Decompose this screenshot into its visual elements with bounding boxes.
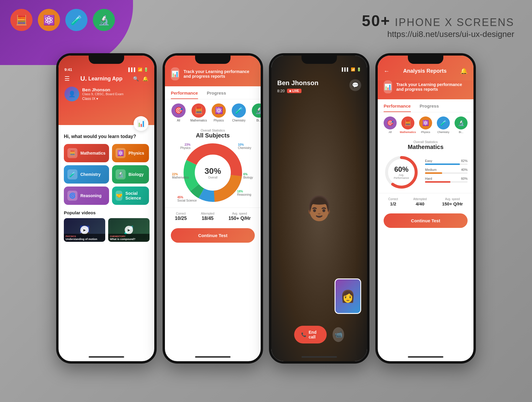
performance-gauge: 60% Avg.Performance xyxy=(384,155,419,190)
subject-physics[interactable]: ⚛️ Physics xyxy=(112,144,149,162)
attempted-val: 18/45 xyxy=(201,216,215,221)
phone1: 9:41 ▌▌▌ 📶 🔋 ☰ U. Learning App 🔍 🔔 xyxy=(56,53,157,364)
call-status-bar: ▌▌▌ 📶 🔋 xyxy=(277,67,361,72)
tab-progress[interactable]: Progress xyxy=(207,90,226,99)
math-top-icon: 🧮 xyxy=(10,9,33,31)
math-pct-label: 22%Mathematics xyxy=(172,173,189,179)
pill-physics[interactable]: ⚛️ Physics xyxy=(210,103,228,122)
phone2-header-title: Track your Learning performance and prog… xyxy=(184,69,255,79)
greeting-text: Hi, what would you learn today? xyxy=(64,134,149,139)
phone2-tabs: Performance Progress xyxy=(165,86,261,99)
ph4-pill-all-icon: 🎯 xyxy=(384,116,397,129)
easy-bar xyxy=(425,163,460,165)
phone1-header: 9:41 ▌▌▌ 📶 🔋 ☰ U. Learning App 🔍 🔔 xyxy=(59,56,154,125)
continue-test-button[interactable]: Continue Test xyxy=(171,228,255,243)
speed-val: 150+ Q/Hr xyxy=(228,216,251,221)
easy-label: Easy xyxy=(425,159,432,163)
phone2: 📊 Track your Learning performance and pr… xyxy=(163,53,263,364)
call-time: 8:20 xyxy=(277,89,285,93)
hard-pct: 60% xyxy=(461,177,468,180)
pill-all[interactable]: 🎯 All xyxy=(170,103,187,122)
phone4-track-icon: 📊 xyxy=(384,80,392,93)
play-button-chemistry[interactable]: ▶ xyxy=(125,226,133,234)
chat-button[interactable]: 💬 xyxy=(349,79,361,91)
pill-all-icon: 🎯 xyxy=(171,103,186,118)
pill-chemistry-label: Chemistry xyxy=(232,119,245,122)
phone2-header-icon: 📊 xyxy=(171,67,179,80)
bell-icon[interactable]: 🔔 xyxy=(142,76,148,82)
video-thumb-physics[interactable]: 🌌 ▶ PHYSICS Understanding of motion xyxy=(64,218,105,242)
video-title-physics: Understanding of motion xyxy=(66,238,103,241)
phone4-continue-button[interactable]: Continue Test xyxy=(384,213,468,228)
app-logo: U. xyxy=(80,75,87,82)
difficulty-medium: Medium 40% xyxy=(425,168,468,174)
chemistry-subject-icon: 🧪 xyxy=(67,169,77,179)
flask-top-icon: 🧪 xyxy=(65,9,87,31)
pill-biology[interactable]: 🔬 Bi... xyxy=(250,103,261,122)
pill-mathematics[interactable]: 🧮 Mathematics xyxy=(190,103,207,122)
subject-social-science[interactable]: 🤝 Social Science xyxy=(112,187,149,205)
overall-stats-sub: Overall Statistics xyxy=(165,129,261,132)
ph4-speed-val: 150+ Q/Hr xyxy=(442,201,463,206)
phone1-time: 9:41 xyxy=(64,67,72,72)
play-button-physics[interactable]: ▶ xyxy=(80,226,89,234)
top-icons-row: 🧮 ⚛️ 🧪 🔬 xyxy=(10,9,115,31)
phone3-notch xyxy=(301,56,337,64)
ph4-pill-math-icon: 🧮 xyxy=(401,116,414,129)
phone4-track: 📊 Track your Learning performance and pr… xyxy=(378,80,473,99)
tab-performance[interactable]: Performance xyxy=(171,90,198,99)
atom-top-icon: ⚛️ xyxy=(38,9,60,31)
phone4-tab-progress[interactable]: Progress xyxy=(420,103,439,112)
ph4-attempted-label: Attempted xyxy=(413,197,427,201)
reasoning-label: Reasoning xyxy=(80,193,102,198)
ph4-pill-physics-icon: ⚛️ xyxy=(419,116,432,129)
easy-label-row: Easy 82% xyxy=(425,159,468,163)
gauge-sub: Avg.Performance xyxy=(394,174,409,179)
reasoning-pct-label: 18%Reasoning xyxy=(237,190,251,196)
easy-bar-bg xyxy=(425,163,468,165)
physics-label: Physics xyxy=(129,151,144,155)
video-title-chemistry: What is compound? xyxy=(110,238,148,241)
pill-chemistry[interactable]: 🧪 Chemistry xyxy=(230,103,248,122)
nav-icons: 🔍 🔔 xyxy=(133,76,148,82)
app-name-label: Learning App xyxy=(88,76,122,82)
analytics-badge[interactable]: 📊 xyxy=(134,116,148,131)
end-call-button[interactable]: 📞 End call xyxy=(294,326,327,343)
pill-chemistry-icon: 🧪 xyxy=(232,103,246,118)
hamburger-icon[interactable]: ☰ xyxy=(64,75,70,82)
ph4-attempted-stat: Attempted 4/40 xyxy=(413,197,427,206)
medium-bar xyxy=(425,172,442,174)
ph4-attempted-val: 4/40 xyxy=(413,201,427,206)
subject-chemistry[interactable]: 🧪 Chemistry xyxy=(64,165,109,184)
subject-biology[interactable]: 🔬 Biology xyxy=(112,165,149,184)
medium-label-row: Medium 40% xyxy=(425,168,468,171)
phone4-tab-performance[interactable]: Performance xyxy=(384,103,411,112)
ph4-pill-physics[interactable]: ⚛️ Physics xyxy=(418,116,433,134)
video-thumb-chemistry[interactable]: 🧪 ▶ CHEMISTORY What is compound? xyxy=(108,218,150,242)
biology-label: Biology xyxy=(129,172,144,177)
pill-all-label: All xyxy=(177,119,180,122)
correct-label: Correct xyxy=(175,212,187,215)
speed-stat: Avg. speed 150+ Q/Hr xyxy=(228,212,251,221)
phone4-tabs: Performance Progress xyxy=(378,99,473,112)
subject-mathematics[interactable]: 🧮 Mathematics xyxy=(64,144,109,162)
ph4-pill-bio[interactable]: 🔬 Bi... xyxy=(453,116,469,134)
subject-reasoning[interactable]: 🌀 Reasoning xyxy=(64,187,109,205)
back-button[interactable]: ← xyxy=(384,68,390,74)
phone4-overall-title: Mathematics xyxy=(378,144,473,150)
phone4-bell-icon[interactable]: 🔔 xyxy=(460,67,468,74)
ph4-pill-all[interactable]: 🎯 All xyxy=(382,116,398,134)
call-name-area: Ben Jhonson 8:20 LIVE xyxy=(277,79,318,93)
difficulty-bars: Easy 82% Medium 40% xyxy=(425,159,468,186)
stats-row: Correct 10/25 Attempted 18/45 Avg. speed… xyxy=(165,208,261,225)
ph4-pill-chemistry[interactable]: 🧪 Chemistry xyxy=(436,116,451,134)
video-toggle-button[interactable]: 📹 xyxy=(332,327,344,342)
difficulty-hard: Hard 60% xyxy=(425,177,468,183)
video-label-chemistry: CHEMISTORY What is compound? xyxy=(108,234,150,242)
overall-stats-title: All Subjects xyxy=(165,132,261,139)
ph4-pill-math[interactable]: 🧮 Mathematics xyxy=(400,116,416,134)
search-icon[interactable]: 🔍 xyxy=(133,76,139,82)
ph4-pill-physics-label: Physics xyxy=(421,131,430,134)
ph4-correct-stat: Correct 1/2 xyxy=(388,197,398,206)
chemistry-label: Chemistry xyxy=(80,172,100,177)
